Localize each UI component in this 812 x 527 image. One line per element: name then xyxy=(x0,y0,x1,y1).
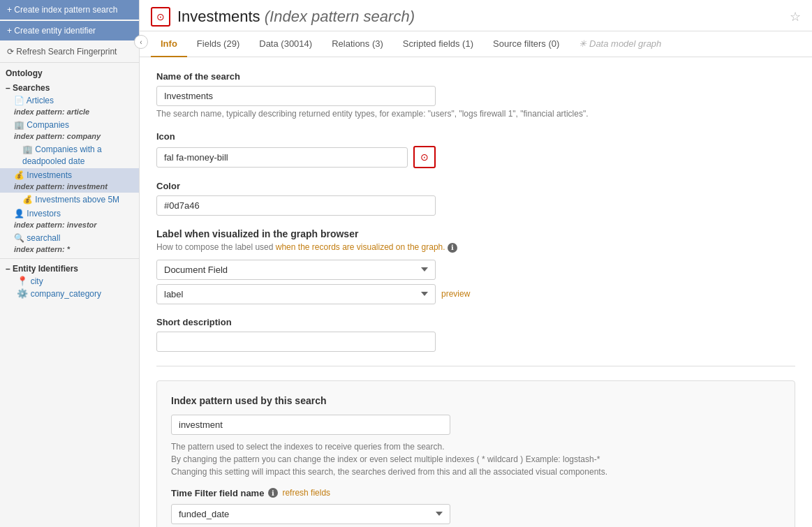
sidebar-item-searchall[interactable]: 🔍 searchall index pattern: * xyxy=(0,231,139,255)
time-filter-row: Time Filter field name ℹ refresh fields xyxy=(171,488,781,498)
time-filter-label: Time Filter field name xyxy=(171,488,264,498)
name-input[interactable] xyxy=(156,86,436,106)
name-help: The search name, typically describing re… xyxy=(156,109,795,119)
ontology-label: Ontology xyxy=(0,63,139,81)
short-desc-input[interactable] xyxy=(156,332,436,352)
icon-row: ⊙ xyxy=(156,146,795,168)
page-header-icon: ⊙ xyxy=(151,7,170,27)
tab-graph[interactable]: ✳ Data model graph xyxy=(569,31,671,57)
preview-link[interactable]: preview xyxy=(441,289,470,299)
investments-icon: ⊙ xyxy=(156,11,165,22)
label-field-row: label preview xyxy=(156,284,795,304)
sidebar-item-investors[interactable]: 👤 Investors index pattern: investor xyxy=(0,207,139,231)
icon-section: Icon ⊙ xyxy=(156,131,795,168)
building-icon: 🏢 xyxy=(14,120,27,130)
index-pattern-section: Index pattern used by this search The pa… xyxy=(156,380,795,528)
tab-bar: Info Fields (29) Data (30014) Relations … xyxy=(140,31,812,57)
time-filter-select[interactable]: funded_date xyxy=(171,504,450,524)
create-index-button[interactable]: + Create index pattern search xyxy=(0,0,139,20)
name-label: Name of the search xyxy=(156,71,795,82)
sidebar-item-investments-above-5m[interactable]: 💰 Investments above 5M xyxy=(0,193,139,207)
location-icon: 📍 xyxy=(17,276,31,286)
sidebar-item-companies[interactable]: 🏢 Companies index pattern: company xyxy=(0,118,139,142)
index-section-title: Index pattern used by this search xyxy=(171,395,781,406)
doc-icon: 📄 xyxy=(14,96,27,105)
index-help: The pattern used to select the indexes t… xyxy=(171,440,781,478)
favorite-star-icon[interactable]: ☆ xyxy=(790,9,801,24)
create-entity-button[interactable]: + Create entity identifier xyxy=(0,21,139,40)
refresh-fields-link[interactable]: refresh fields xyxy=(282,488,330,498)
label-subtitle: How to compose the label used when the r… xyxy=(156,242,795,253)
person-icon: 👤 xyxy=(14,209,27,218)
sidebar-item-companies-deadpooled[interactable]: 🏢 Companies with a deadpooled date xyxy=(0,142,139,168)
sidebar-item-city[interactable]: 📍 city xyxy=(0,274,139,287)
sidebar: + Create index pattern search + Create e… xyxy=(0,0,140,527)
page-header: ⊙ Investments (Index pattern search) ☆ xyxy=(140,0,812,31)
tab-info[interactable]: Info xyxy=(151,31,187,57)
nav-collapse-button[interactable]: ‹ xyxy=(134,35,148,49)
label-title: Label when visualized in the graph brows… xyxy=(156,228,795,239)
section-divider xyxy=(156,366,795,366)
main-content: ⊙ Investments (Index pattern search) ☆ I… xyxy=(140,0,812,527)
tab-scripted[interactable]: Scripted fields (1) xyxy=(393,31,483,57)
color-section: Color xyxy=(156,181,795,216)
sidebar-item-articles[interactable]: 📄 Articles index pattern: article xyxy=(0,94,139,118)
short-desc-label: Short description xyxy=(156,317,795,327)
content-area: Name of the search The search name, typi… xyxy=(140,57,812,527)
tab-source[interactable]: Source filters (0) xyxy=(483,31,569,57)
icon-label: Icon xyxy=(156,131,795,142)
index-pattern-input[interactable] xyxy=(171,415,450,435)
searches-label: – Searches xyxy=(0,81,139,94)
name-section: Name of the search The search name, typi… xyxy=(156,71,795,119)
gear-icon: ⚙️ xyxy=(17,288,31,299)
search-icon: 🔍 xyxy=(14,233,27,243)
tab-relations[interactable]: Relations (3) xyxy=(322,31,393,57)
money-icon: 💰 xyxy=(14,170,27,180)
document-field-row: Document Field xyxy=(156,260,795,280)
building-sub-icon: 🏢 xyxy=(22,144,35,154)
refresh-button[interactable]: ⟳ Refresh Search Fingerprint xyxy=(0,42,139,63)
document-field-select[interactable]: Document Field xyxy=(156,260,436,280)
money-sub-icon: 💰 xyxy=(22,195,35,205)
icon-preview: ⊙ xyxy=(413,146,436,168)
icon-input[interactable] xyxy=(156,147,408,168)
label-section: Label when visualized in the graph brows… xyxy=(156,228,795,304)
color-label: Color xyxy=(156,181,795,191)
page-title: Investments (Index pattern search) xyxy=(177,8,415,26)
tab-fields[interactable]: Fields (29) xyxy=(187,31,249,57)
tab-data[interactable]: Data (30014) xyxy=(249,31,322,57)
color-input[interactable] xyxy=(156,195,436,216)
short-desc-section: Short description xyxy=(156,317,795,352)
preview-icon: ⊙ xyxy=(420,151,429,163)
graph-link[interactable]: when the records are visualized on the g… xyxy=(276,242,445,252)
label-field-select[interactable]: label xyxy=(156,284,436,304)
sidebar-item-company-category[interactable]: ⚙️ company_category xyxy=(0,287,139,299)
time-filter-info-icon[interactable]: ℹ xyxy=(268,488,278,498)
label-info-icon[interactable]: ℹ xyxy=(448,243,457,253)
entity-identifiers-label: – Entity Identifiers xyxy=(0,262,139,274)
sidebar-item-investments[interactable]: 💰 Investments index pattern: investment xyxy=(0,168,139,193)
